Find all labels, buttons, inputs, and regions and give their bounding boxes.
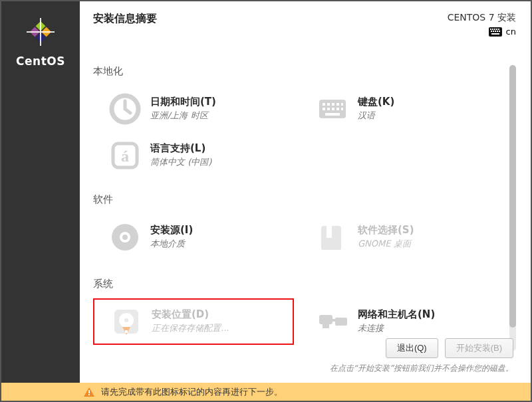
svg-rect-26	[336, 108, 339, 110]
content: 本地化 日期和时间(T) 亚洲/上海 时区	[93, 65, 516, 357]
clock-icon	[109, 93, 141, 125]
svg-rect-20	[332, 103, 334, 106]
brand-label: CentOS	[16, 54, 65, 68]
svg-rect-11	[493, 31, 494, 32]
section-title-system: 系统	[93, 278, 501, 290]
svg-rect-13	[497, 31, 498, 32]
svg-rect-8	[496, 29, 497, 30]
svg-rect-28	[325, 113, 340, 116]
spoke-software-selection[interactable]: 软件选择(S) GNOME 桌面	[301, 214, 501, 260]
svg-rect-44	[88, 394, 90, 395]
page-title: 安装信息摘要	[93, 12, 157, 26]
spoke-label: 网络和主机名(N)	[358, 308, 435, 321]
warning-bar[interactable]: 请先完成带有此图标标记的内容再进行下一步。	[1, 383, 531, 401]
svg-point-33	[122, 235, 128, 240]
spoke-language[interactable]: á 语言支持(L) 简体中文 (中国)	[93, 132, 294, 179]
svg-rect-38	[125, 330, 128, 333]
svg-rect-23	[323, 108, 325, 110]
section-title-localization: 本地化	[93, 65, 501, 78]
svg-rect-15	[491, 33, 499, 35]
keyboard-code: cn	[506, 27, 516, 37]
spoke-status: 简体中文 (中国)	[150, 156, 211, 168]
header-right: CENTOS 7 安装 cn	[448, 12, 516, 39]
product-label: CENTOS 7 安装	[448, 12, 516, 24]
language-icon: á	[109, 140, 141, 171]
spoke-label: 语言支持(L)	[150, 142, 211, 155]
main-area: 安装信息摘要 CENTOS 7 安装 cn 本地化	[80, 1, 531, 383]
svg-rect-19	[327, 103, 330, 106]
svg-rect-14	[499, 31, 500, 32]
spoke-label: 安装位置(D)	[152, 308, 229, 321]
warning-icon	[84, 387, 94, 397]
spoke-label: 键盘(K)	[358, 96, 394, 108]
svg-rect-21	[336, 103, 339, 106]
warning-text: 请先完成带有此图标标记的内容再进行下一步。	[101, 386, 283, 398]
svg-rect-7	[494, 29, 495, 30]
spoke-keyboard[interactable]: 键盘(K) 汉语	[301, 86, 501, 132]
svg-rect-12	[495, 31, 496, 32]
spoke-status: 亚洲/上海 时区	[150, 110, 216, 122]
spoke-install-source[interactable]: 安装源(I) 本地介质	[93, 214, 294, 260]
scrollbar-thumb[interactable]	[509, 65, 516, 328]
spoke-network[interactable]: 网络和主机名(N) 未连接	[301, 298, 501, 345]
footer-buttons: 退出(Q) 开始安装(B)	[386, 338, 513, 358]
header: 安装信息摘要 CENTOS 7 安装 cn	[93, 12, 516, 39]
svg-rect-34	[327, 226, 332, 238]
svg-rect-25	[332, 108, 334, 110]
svg-rect-43	[88, 390, 90, 393]
package-icon	[317, 221, 348, 253]
keyboard-icon	[489, 27, 502, 37]
spoke-status: 正在保存存储配置...	[152, 322, 229, 334]
keyboard-icon	[317, 93, 348, 125]
sidebar: CentOS	[1, 1, 80, 383]
disc-icon	[109, 221, 141, 253]
spoke-label: 安装源(I)	[150, 224, 193, 237]
svg-rect-42	[323, 324, 329, 328]
centos-logo-icon	[22, 13, 59, 50]
spoke-status: 汉语	[358, 110, 394, 122]
spoke-date-time[interactable]: 日期和时间(T) 亚洲/上海 时区	[93, 86, 294, 132]
svg-rect-24	[327, 108, 330, 110]
svg-rect-18	[323, 103, 325, 106]
hard-disk-icon	[110, 306, 142, 338]
svg-rect-22	[341, 103, 343, 106]
svg-rect-6	[492, 29, 493, 30]
svg-rect-5	[490, 29, 491, 30]
svg-rect-10	[491, 31, 492, 32]
footer-hint: 在点击“开始安装”按钮前我们并不会操作您的磁盘。	[330, 363, 513, 374]
spoke-install-destination[interactable]: 安装位置(D) 正在保存存储配置...	[93, 298, 294, 345]
begin-install-button[interactable]: 开始安装(B)	[445, 338, 513, 358]
content-scrollbar[interactable]	[509, 65, 516, 351]
spoke-status: 本地介质	[150, 238, 193, 250]
spoke-label: 日期和时间(T)	[150, 96, 216, 108]
svg-rect-27	[341, 108, 343, 110]
svg-rect-39	[319, 315, 332, 324]
network-icon	[317, 306, 348, 338]
keyboard-indicator[interactable]: cn	[489, 27, 516, 37]
svg-rect-40	[335, 318, 347, 326]
spoke-status: GNOME 桌面	[358, 238, 414, 250]
quit-button[interactable]: 退出(Q)	[386, 338, 438, 358]
spoke-status: 未连接	[358, 322, 435, 334]
svg-rect-41	[332, 319, 336, 322]
svg-point-37	[124, 318, 128, 322]
spoke-label: 软件选择(S)	[358, 224, 414, 237]
svg-text:á: á	[121, 148, 129, 165]
section-title-software: 软件	[93, 193, 501, 206]
svg-rect-9	[498, 29, 499, 30]
